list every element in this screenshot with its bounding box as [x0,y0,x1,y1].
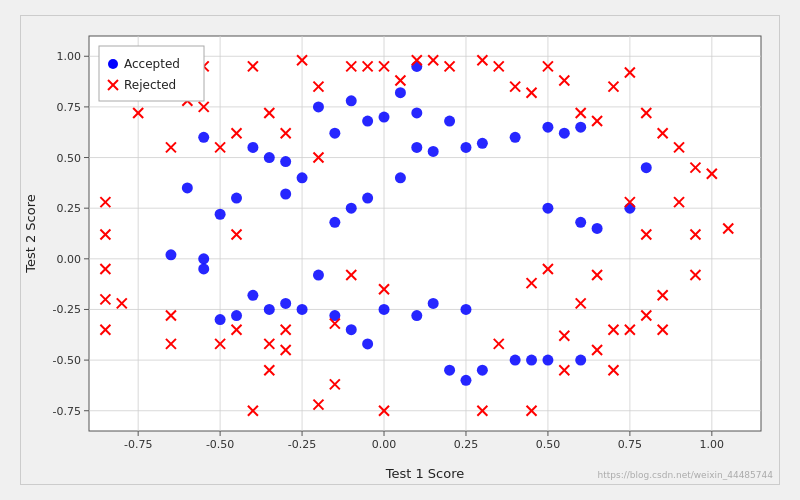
svg-point-101 [575,355,586,366]
svg-point-75 [198,263,209,274]
svg-point-95 [444,365,455,376]
svg-point-105 [641,162,652,173]
svg-point-89 [297,304,308,315]
watermark: https://blog.csdn.net/weixin_44485744 [597,470,773,480]
svg-point-87 [215,314,226,325]
svg-point-103 [575,217,586,228]
svg-point-81 [411,142,422,153]
svg-text:-0.75: -0.75 [124,438,152,451]
svg-text:0.00: 0.00 [372,438,397,451]
svg-point-55 [362,116,373,127]
svg-text:Test 1 Score: Test 1 Score [385,466,465,481]
svg-point-94 [460,304,471,315]
svg-point-64 [575,122,586,133]
svg-point-86 [231,310,242,321]
svg-text:0.25: 0.25 [454,438,479,451]
svg-point-68 [198,132,209,143]
svg-point-53 [313,101,324,112]
svg-point-52 [346,95,357,106]
svg-point-60 [477,138,488,149]
svg-point-51 [411,61,422,72]
svg-point-107 [346,324,357,335]
svg-point-59 [460,142,471,153]
svg-text:1.00: 1.00 [57,50,82,63]
svg-point-96 [460,375,471,386]
svg-point-63 [559,128,570,139]
svg-point-78 [346,203,357,214]
svg-point-50 [395,87,406,98]
svg-text:1.00: 1.00 [700,438,725,451]
svg-point-93 [428,298,439,309]
svg-point-57 [411,107,422,118]
svg-point-70 [231,193,242,204]
svg-point-71 [215,209,226,220]
svg-text:Accepted: Accepted [124,57,180,71]
svg-text:0.50: 0.50 [57,152,82,165]
svg-text:-0.50: -0.50 [53,354,81,367]
svg-text:0.75: 0.75 [618,438,643,451]
svg-point-92 [411,310,422,321]
svg-text:0.00: 0.00 [57,253,82,266]
svg-text:Rejected: Rejected [124,78,176,92]
svg-point-58 [444,116,455,127]
svg-point-270 [108,59,118,69]
svg-point-104 [592,223,603,234]
svg-point-88 [247,290,258,301]
svg-text:-0.50: -0.50 [206,438,234,451]
svg-point-76 [297,172,308,183]
svg-point-67 [247,142,258,153]
svg-text:0.50: 0.50 [536,438,561,451]
svg-point-100 [542,355,553,366]
svg-point-102 [542,203,553,214]
svg-point-66 [264,152,275,163]
svg-text:0.75: 0.75 [57,101,82,114]
svg-text:-0.75: -0.75 [53,405,81,418]
svg-point-85 [264,304,275,315]
svg-point-74 [198,253,209,264]
svg-point-97 [477,365,488,376]
svg-point-98 [510,355,521,366]
svg-text:-0.25: -0.25 [288,438,316,451]
svg-point-62 [542,122,553,133]
svg-point-56 [379,112,390,123]
svg-point-106 [624,203,635,214]
svg-text:Test 2 Score: Test 2 Score [23,194,38,274]
svg-point-72 [182,182,193,193]
svg-point-54 [329,128,340,139]
svg-text:-0.25: -0.25 [53,303,81,316]
svg-point-108 [362,338,373,349]
svg-point-82 [428,146,439,157]
svg-point-84 [280,298,291,309]
svg-point-65 [280,156,291,167]
svg-text:0.25: 0.25 [57,202,82,215]
svg-point-99 [526,355,537,366]
svg-point-80 [395,172,406,183]
svg-point-79 [362,193,373,204]
chart-container: -0.75-0.50-0.250.000.250.500.751.00-0.75… [20,15,780,485]
svg-point-69 [280,189,291,200]
svg-point-77 [329,217,340,228]
svg-point-91 [379,304,390,315]
chart-svg: -0.75-0.50-0.250.000.250.500.751.00-0.75… [21,16,779,484]
svg-point-73 [165,249,176,260]
svg-point-61 [510,132,521,143]
svg-point-83 [313,270,324,281]
svg-rect-269 [99,46,204,101]
